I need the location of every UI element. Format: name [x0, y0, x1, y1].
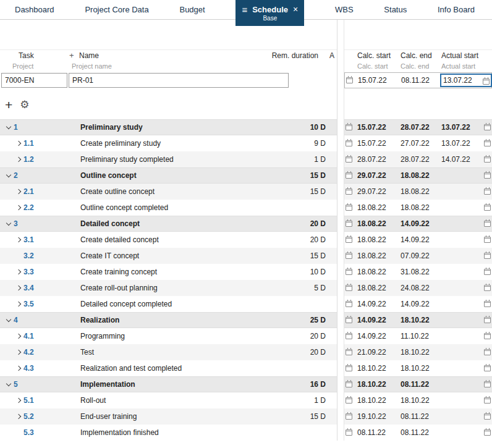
- task-row[interactable]: 1.2 Preliminary study completed 1 D: [0, 151, 337, 167]
- task-row[interactable]: 4.1 Programming 20 D: [0, 328, 337, 344]
- pane-splitter[interactable]: [337, 20, 344, 441]
- task-name[interactable]: End-user training: [78, 412, 257, 421]
- task-dates-row[interactable]: 14.09.22 14.09.22: [344, 296, 492, 312]
- task-dates-row[interactable]: 15.07.22 27.07.22 13.07.22: [344, 135, 492, 151]
- task-dates-row[interactable]: 18.08.22 14.09.22: [344, 216, 492, 232]
- task-name[interactable]: Create outline concept: [78, 187, 257, 196]
- calendar-icon[interactable]: [484, 124, 491, 130]
- calendar-icon[interactable]: [346, 381, 352, 387]
- task-dates-row[interactable]: 18.08.22 24.08.22: [344, 280, 492, 296]
- calendar-icon[interactable]: [484, 333, 491, 339]
- task-dates-row[interactable]: 28.07.22 28.07.22 14.07.22: [344, 151, 492, 167]
- task-row[interactable]: 3.1 Create detailed concept 20 D: [0, 232, 337, 248]
- task-name[interactable]: Create roll-out planning: [78, 284, 257, 292]
- task-dates-row[interactable]: 29.07.22 18.08.22: [344, 167, 492, 184]
- calendar-icon[interactable]: [484, 397, 491, 404]
- chevron-right-icon[interactable]: [16, 205, 21, 210]
- task-name[interactable]: Roll-out: [78, 396, 257, 405]
- col-calc-start[interactable]: Calc. start: [355, 51, 399, 60]
- calendar-icon[interactable]: [346, 429, 352, 436]
- task-dates-row[interactable]: 18.08.22 18.08.22: [344, 200, 492, 216]
- project-calc-start[interactable]: 15.07.22: [356, 76, 399, 85]
- task-dates-row[interactable]: 19.10.22 08.11.22: [344, 408, 492, 425]
- task-name[interactable]: Outline concept completed: [78, 203, 257, 212]
- task-name[interactable]: Preliminary study completed: [78, 155, 257, 164]
- task-name[interactable]: Implementation: [78, 380, 257, 389]
- chevron-down-icon[interactable]: [6, 124, 11, 129]
- add-task-button plus-icon[interactable]: +: [5, 98, 12, 111]
- calendar-icon[interactable]: [346, 413, 352, 420]
- chevron-down-icon[interactable]: [6, 220, 11, 225]
- calendar-icon[interactable]: [484, 205, 491, 211]
- chevron-down-icon[interactable]: [6, 381, 11, 386]
- task-row[interactable]: 5 Implementation 16 D: [0, 376, 337, 392]
- tab-info-board[interactable]: Info Board: [438, 5, 475, 14]
- chevron-right-icon[interactable]: [16, 189, 21, 194]
- chevron-right-icon[interactable]: [16, 269, 21, 274]
- settings-button gear-icon[interactable]: ⚙: [20, 99, 29, 110]
- task-row[interactable]: 3.4 Create roll-out planning 5 D: [0, 280, 337, 296]
- project-calc-end[interactable]: 08.11.22: [399, 76, 440, 85]
- calendar-icon[interactable]: [484, 188, 491, 195]
- task-row[interactable]: 5.2 End-user training 15 D: [0, 408, 337, 425]
- task-row[interactable]: 2 Outline concept 15 D: [0, 167, 337, 184]
- task-name[interactable]: Create detailed concept: [78, 235, 257, 244]
- calendar-icon[interactable]: [484, 237, 491, 243]
- calendar-icon[interactable]: [346, 253, 352, 259]
- chevron-down-icon[interactable]: [6, 172, 11, 177]
- chevron-right-icon[interactable]: [16, 237, 21, 242]
- col-name[interactable]: Name: [78, 51, 249, 60]
- calendar-icon[interactable]: [484, 381, 491, 387]
- task-row[interactable]: 5.3 Implementation finished: [0, 425, 337, 441]
- task-dates-row[interactable]: 29.07.22 18.08.22: [344, 184, 492, 200]
- task-row[interactable]: 2.2 Outline concept completed: [0, 200, 337, 216]
- calendar-icon[interactable]: [484, 172, 491, 179]
- chevron-right-icon[interactable]: [16, 302, 21, 306]
- chevron-right-icon[interactable]: [16, 350, 21, 355]
- task-dates-row[interactable]: 18.08.22 07.09.22: [344, 248, 492, 264]
- task-name[interactable]: Detailed concept completed: [78, 300, 257, 308]
- task-row[interactable]: 5.1 Roll-out 1 D: [0, 392, 337, 408]
- col-rem-duration[interactable]: Rem. duration: [249, 51, 329, 60]
- task-name[interactable]: Programming: [78, 332, 257, 340]
- task-name[interactable]: Outline concept: [78, 171, 257, 180]
- calendar-icon[interactable]: [484, 349, 491, 355]
- task-dates-row[interactable]: 21.09.22 18.10.22: [344, 344, 492, 360]
- calendar-icon[interactable]: [346, 365, 352, 371]
- task-row[interactable]: 4.3 Realization and test completed: [0, 360, 337, 376]
- task-dates-row[interactable]: 15.07.22 28.07.22 13.07.22: [344, 119, 492, 135]
- project-actual-start-field[interactable]: 13.07.22: [440, 74, 492, 87]
- task-name[interactable]: Create training concept: [78, 268, 257, 276]
- task-row[interactable]: 2.1 Create outline concept 15 D: [0, 184, 337, 200]
- calendar-icon[interactable]: [484, 429, 491, 436]
- task-dates-row[interactable]: 18.10.22 18.10.22: [344, 392, 492, 408]
- calendar-icon[interactable]: [484, 156, 491, 163]
- calendar-icon[interactable]: [346, 285, 352, 291]
- chevron-right-icon[interactable]: [16, 157, 21, 162]
- task-name[interactable]: Create IT concept: [78, 251, 257, 260]
- task-row[interactable]: 3 Detailed concept 20 D: [0, 216, 337, 232]
- task-row[interactable]: 1 Preliminary study 10 D: [0, 119, 337, 135]
- col-calc-end[interactable]: Calc. end: [399, 51, 439, 60]
- calendar-icon[interactable]: [346, 205, 352, 211]
- tab-project-core-data[interactable]: Project Core Data: [85, 5, 148, 14]
- calendar-icon[interactable]: [346, 349, 352, 355]
- calendar-icon[interactable]: [346, 301, 352, 307]
- calendar-icon[interactable]: [346, 397, 352, 404]
- calendar-icon[interactable]: [484, 269, 491, 275]
- tab-status[interactable]: Status: [384, 5, 407, 14]
- task-dates-row[interactable]: 18.08.22 14.09.22: [344, 232, 492, 248]
- chevron-right-icon[interactable]: [16, 398, 21, 403]
- project-name-input[interactable]: [69, 73, 289, 88]
- calendar-icon[interactable]: [346, 221, 352, 227]
- task-row[interactable]: 4 Realization 25 D: [0, 312, 337, 328]
- menu-icon[interactable]: ≡: [242, 5, 247, 14]
- calendar-icon[interactable]: [484, 140, 491, 146]
- task-row[interactable]: 4.2 Test 20 D: [0, 344, 337, 360]
- task-name[interactable]: Realization: [78, 316, 257, 324]
- task-dates-row[interactable]: 14.09.22 18.10.22: [344, 312, 492, 328]
- col-task[interactable]: Task: [0, 51, 69, 60]
- task-row[interactable]: 3.2 Create IT concept 15 D: [0, 248, 337, 264]
- calendar-icon[interactable]: [484, 221, 491, 227]
- col-actual-start[interactable]: Actual start: [439, 51, 483, 60]
